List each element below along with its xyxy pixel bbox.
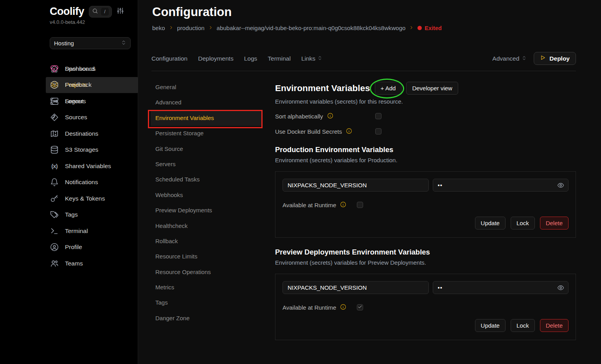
sort-alphabetically-label: Sort alphabetically [275, 113, 323, 120]
variable-name-input[interactable] [283, 281, 429, 294]
variable-value-input[interactable] [433, 281, 569, 294]
info-icon [340, 201, 346, 209]
lock-button[interactable]: Lock [511, 217, 535, 230]
subnav-item-resource-limits[interactable]: Resource Limits [151, 249, 263, 264]
docker-build-secrets-checkbox[interactable] [375, 128, 381, 134]
sliders-icon[interactable] [117, 7, 124, 16]
eye-icon[interactable] [557, 284, 564, 293]
delete-button[interactable]: Delete [540, 217, 569, 230]
delete-button[interactable]: Delete [540, 319, 569, 332]
update-button[interactable]: Update [475, 217, 506, 230]
subnav-item-metrics[interactable]: Metrics [151, 280, 263, 295]
sort-alphabetically-checkbox[interactable] [375, 113, 381, 119]
docker-build-secrets-label: Use Docker Build Secrets [275, 128, 342, 135]
chevron-right-icon [409, 25, 414, 31]
production-section-subtitle: Environment (secrets) variables for Prod… [275, 157, 576, 163]
subnav-item-danger-zone[interactable]: Danger Zone [151, 311, 263, 326]
search-icon [92, 8, 98, 16]
heart-icon [50, 65, 59, 73]
search-button[interactable]: / [89, 6, 112, 18]
sidebar-item-feedback[interactable]: Feedback [46, 77, 138, 93]
eye-icon[interactable] [557, 182, 564, 190]
tab-configuration[interactable]: Configuration [151, 55, 187, 62]
settings-subnav: General Advanced Environment Variables P… [151, 80, 263, 326]
subnav-item-git-source[interactable]: Git Source [151, 142, 263, 157]
production-section-title: Production Environment Variables [275, 145, 576, 154]
info-icon [327, 113, 333, 120]
subnav-item-rollback[interactable]: Rollback [151, 234, 263, 249]
preview-variable-card: Available at Runtime Update Lock Delete [275, 274, 576, 340]
subnav-item-healthcheck[interactable]: Healthcheck [151, 219, 263, 234]
help-circle-icon [50, 81, 59, 89]
section-title: Environment Variables [275, 83, 370, 93]
subnav-item-tags[interactable]: Tags [151, 295, 263, 310]
variable-name-input[interactable] [283, 179, 429, 192]
breadcrumb-environment[interactable]: production [177, 25, 205, 31]
subnav-item-environment-variables[interactable]: Environment Variables [151, 111, 263, 126]
variable-value-input[interactable] [433, 179, 569, 192]
info-icon [346, 128, 352, 135]
add-env-variable-button[interactable]: + Add [375, 82, 402, 95]
play-icon [540, 55, 546, 62]
sidebar-footer: Sponsor us Feedback Logout [46, 61, 138, 362]
brand-logo: Coolify [50, 5, 84, 18]
subnav-item-scheduled-tasks[interactable]: Scheduled Tasks [151, 172, 263, 187]
app-version: v4.0.0-beta.442 [50, 19, 85, 25]
tab-terminal[interactable]: Terminal [268, 55, 291, 62]
section-subtitle: Environment variables (secrets) for this… [275, 98, 576, 105]
tab-bar: Configuration Deployments Logs Terminal … [151, 52, 576, 65]
chevron-up-down-icon [121, 40, 126, 47]
breadcrumb-resource[interactable]: abubakar--meigag/vid-tube-beko-pro:main-… [217, 25, 406, 31]
chevron-right-icon [169, 25, 174, 31]
advanced-select[interactable]: Advanced [492, 55, 527, 62]
sidebar-item-sponsor-us[interactable]: Sponsor us [46, 61, 138, 77]
preview-section-title: Preview Deployments Environment Variable… [275, 248, 576, 256]
subnav-item-servers[interactable]: Servers [151, 157, 263, 172]
available-at-runtime-checkbox[interactable] [357, 202, 363, 208]
tab-logs[interactable]: Logs [244, 55, 257, 62]
status-dot [417, 26, 422, 30]
tab-links[interactable]: Links [301, 55, 322, 62]
breadcrumb: beko production abubakar--meigag/vid-tub… [152, 25, 442, 31]
developer-view-button[interactable]: Developer view [406, 82, 458, 95]
subnav-item-persistent-storage[interactable]: Persistent Storage [151, 126, 263, 141]
logout-icon [50, 97, 59, 106]
chevron-right-icon [208, 25, 213, 31]
chevron-up-down-icon [317, 55, 322, 62]
tabbar-divider [151, 71, 576, 71]
subnav-item-general[interactable]: General [151, 80, 263, 95]
tab-deployments[interactable]: Deployments [198, 55, 233, 62]
update-button[interactable]: Update [475, 319, 506, 332]
preview-section-subtitle: Environment (secrets) variables for Prev… [275, 259, 576, 266]
subnav-item-advanced[interactable]: Advanced [151, 95, 263, 110]
deploy-button[interactable]: Deploy [534, 52, 576, 65]
team-select[interactable]: Hosting [50, 37, 131, 49]
info-icon [340, 304, 346, 311]
breadcrumb-team[interactable]: beko [152, 25, 165, 31]
sidebar-item-logout[interactable]: Logout [46, 93, 138, 109]
available-at-runtime-label: Available at Runtime [283, 202, 336, 208]
sidebar: Coolify / v4.0.0-beta.442 Hosting Dashbo… [0, 0, 138, 364]
available-at-runtime-checkbox[interactable] [357, 304, 363, 310]
subnav-item-webhooks[interactable]: Webhooks [151, 188, 263, 203]
env-variables-panel: Environment Variables + Add Developer vi… [275, 80, 576, 340]
subnav-item-resource-operations[interactable]: Resource Operations [151, 265, 263, 280]
search-shortcut-key: / [101, 8, 109, 16]
lock-button[interactable]: Lock [511, 319, 535, 332]
chevron-up-down-icon [522, 55, 527, 62]
available-at-runtime-label: Available at Runtime [283, 304, 336, 311]
status-text: Exited [425, 25, 442, 31]
production-variable-card: Available at Runtime Update Lock Delete [275, 171, 576, 238]
page-title: Configuration [152, 5, 232, 19]
subnav-item-preview-deployments[interactable]: Preview Deployments [151, 203, 263, 218]
status-badge: Exited [417, 25, 442, 31]
check-icon [358, 304, 362, 311]
